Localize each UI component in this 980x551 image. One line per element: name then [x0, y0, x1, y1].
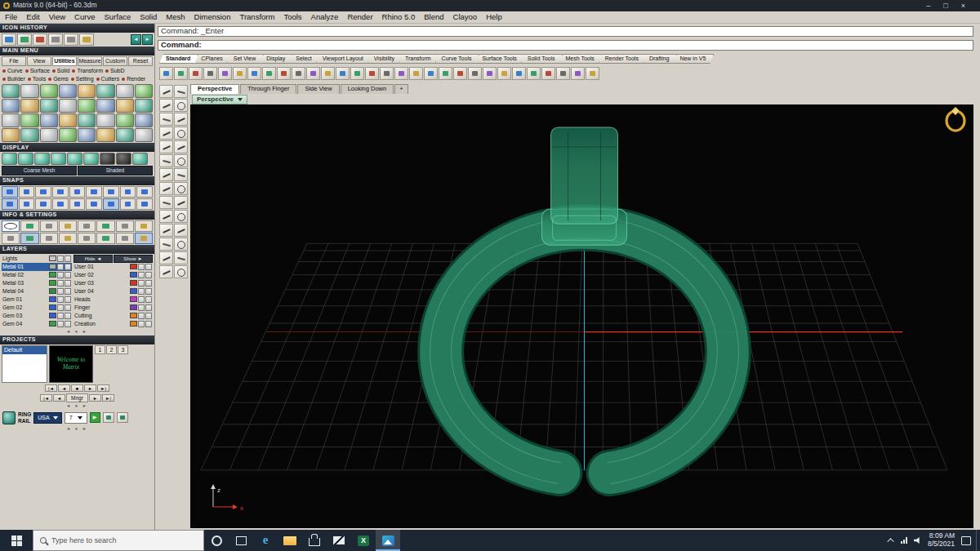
command-history-line[interactable]: Command: _Enter	[158, 26, 973, 37]
gumball-icon[interactable]	[439, 67, 452, 80]
menu-item[interactable]: Rhino 5.0	[382, 13, 416, 22]
category-item[interactable]: Cutters	[96, 76, 120, 82]
join-icon[interactable]	[541, 67, 555, 80]
snap-icon[interactable]	[103, 198, 119, 210]
snap-icon[interactable]	[86, 198, 102, 210]
viewport-3d[interactable]: z x	[190, 104, 973, 528]
snap-icon[interactable]	[69, 186, 86, 198]
settings-icon[interactable]	[59, 233, 77, 244]
layer-visibility-icon[interactable]	[57, 272, 64, 278]
layer-color-swatch[interactable]	[130, 313, 137, 318]
layer-color-swatch[interactable]	[130, 272, 137, 278]
arc-icon[interactable]	[174, 154, 188, 167]
rectangle-icon[interactable]	[174, 140, 188, 153]
tool-icon[interactable]	[20, 84, 38, 98]
show-desktop-button[interactable]	[976, 530, 980, 551]
menu-item[interactable]: Solid	[140, 13, 157, 22]
toolbar-tab[interactable]: Set View	[227, 54, 265, 64]
extend-curve-icon[interactable]	[159, 224, 173, 237]
toolbar-tab[interactable]: Visibility	[368, 54, 403, 64]
maximize-button[interactable]: □	[943, 2, 947, 10]
toolbar-tab[interactable]: CPlanes	[194, 54, 230, 64]
viewport-tab[interactable]: Looking Down	[341, 84, 394, 94]
cortana-button[interactable]	[204, 530, 229, 551]
layer-lock-icon[interactable]	[65, 288, 71, 295]
toolbar-tab[interactable]: New in V5	[673, 54, 714, 64]
tool-icon[interactable]	[135, 84, 153, 98]
layer-visibility-icon[interactable]	[57, 264, 64, 270]
snap-icon[interactable]	[69, 198, 86, 210]
category-item[interactable]: Builder	[2, 76, 25, 82]
layer-color-swatch[interactable]	[130, 280, 137, 286]
volume-icon[interactable]	[914, 537, 921, 544]
copy-object-icon[interactable]	[174, 99, 188, 112]
settings-icon[interactable]	[78, 220, 96, 232]
tool-icon[interactable]	[2, 113, 20, 127]
ring-size-select[interactable]: 7	[65, 412, 87, 424]
snap-icon[interactable]	[2, 198, 18, 210]
rail-tool-icon[interactable]	[103, 412, 114, 423]
main-menu-tab[interactable]: Custom	[103, 56, 127, 66]
search-input[interactable]	[51, 536, 182, 544]
pager-button[interactable]: ◄	[58, 384, 70, 392]
control-point-curve-icon[interactable]	[159, 182, 173, 195]
toolbar-tab[interactable]: Viewport Layout	[316, 54, 372, 64]
layer-row[interactable]: Metal 04	[2, 287, 72, 295]
ring-size-region-select[interactable]: USA	[33, 412, 61, 424]
rotate-icon[interactable]	[497, 67, 511, 80]
scale-tool-icon[interactable]	[174, 113, 188, 126]
settings-icon[interactable]	[20, 233, 38, 244]
layer-visibility-icon[interactable]	[57, 256, 64, 262]
pan-view-icon[interactable]	[306, 67, 320, 80]
menu-item[interactable]: Tools	[283, 13, 301, 22]
layer-visibility-icon[interactable]	[138, 272, 145, 278]
settings-icon[interactable]	[116, 220, 134, 232]
project-list[interactable]: Default	[2, 345, 47, 383]
fillet-curves-icon[interactable]	[159, 196, 173, 209]
layer-row[interactable]: User 02	[74, 271, 153, 279]
tool-icon[interactable]	[96, 84, 114, 98]
rail-tool-icon[interactable]	[117, 412, 128, 423]
ring-rail-go-button[interactable]: ▶	[90, 412, 100, 423]
network-icon[interactable]	[901, 537, 907, 544]
history-tool-icon[interactable]	[17, 33, 32, 46]
ellipse-icon[interactable]	[159, 168, 173, 181]
project-list-item[interactable]: Default	[2, 346, 47, 354]
mail-icon[interactable]	[327, 530, 351, 551]
category-item[interactable]: Solid	[52, 68, 70, 74]
layer-lock-icon[interactable]	[65, 321, 71, 327]
zoom-dynamic-icon[interactable]	[321, 67, 335, 80]
toolbar-tab[interactable]: Solid Tools	[521, 54, 564, 64]
tool-icon[interactable]	[135, 113, 153, 127]
category-item[interactable]: Surface	[25, 68, 50, 74]
layer-color-swatch[interactable]	[49, 313, 56, 318]
toolbar-tab[interactable]: Curve Tools	[435, 54, 480, 64]
layer-row[interactable]: Finger	[74, 304, 153, 312]
snap-icon[interactable]	[35, 198, 51, 210]
settings-icon[interactable]	[2, 233, 20, 244]
panel-scroll-widget[interactable]	[0, 426, 154, 433]
ring-builder-icon[interactable]	[2, 411, 16, 424]
task-view-button[interactable]	[229, 530, 253, 551]
tool-icon[interactable]	[116, 113, 134, 127]
layer-color-swatch[interactable]	[49, 272, 56, 278]
menu-item[interactable]: Dimension	[194, 13, 231, 22]
category-item[interactable]: Gems	[48, 76, 69, 82]
layer-visibility-icon[interactable]	[138, 288, 145, 295]
main-menu-tab[interactable]: Measure	[78, 56, 102, 66]
layer-visibility-icon[interactable]	[138, 313, 145, 319]
history-forward-icon[interactable]: ►	[142, 34, 153, 45]
tool-icon[interactable]	[40, 128, 58, 142]
layer-lock-icon[interactable]	[145, 313, 152, 319]
snap-icon[interactable]	[120, 198, 136, 210]
tool-icon[interactable]	[40, 113, 58, 127]
snap-icon[interactable]	[52, 198, 69, 210]
history-tool-icon[interactable]	[48, 33, 63, 46]
project-thumbnail[interactable]: Welcome to Matrix	[49, 345, 93, 383]
tool-icon[interactable]	[59, 113, 77, 127]
display-mode-icon[interactable]	[116, 153, 131, 165]
category-item[interactable]: SubD	[105, 68, 125, 74]
snap-icon[interactable]	[2, 186, 18, 198]
layer-lock-icon[interactable]	[145, 288, 152, 295]
title-bar[interactable]: Matrix 9.0 (64-bit) - 60.3dm – □ ×	[0, 0, 980, 11]
